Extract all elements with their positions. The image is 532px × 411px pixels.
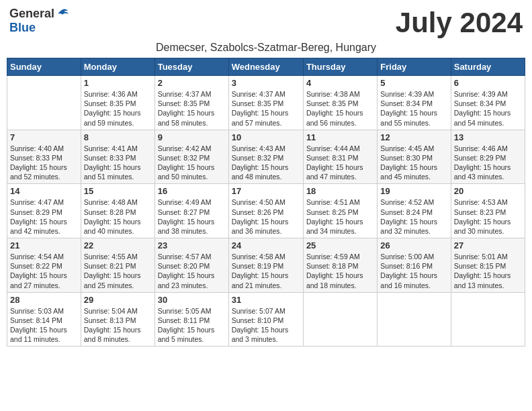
calendar-cell: 17Sunrise: 4:50 AMSunset: 8:26 PMDayligh… xyxy=(228,184,303,238)
calendar-cell: 28Sunrise: 5:03 AMSunset: 8:14 PMDayligh… xyxy=(7,292,81,347)
col-header-thursday: Thursday xyxy=(303,58,377,76)
calendar-cell: 5Sunrise: 4:39 AMSunset: 8:34 PMDaylight… xyxy=(378,76,451,130)
calendar-cell xyxy=(378,292,451,347)
col-header-tuesday: Tuesday xyxy=(154,58,228,76)
day-info: Sunrise: 5:00 AMSunset: 8:16 PMDaylight:… xyxy=(380,252,447,290)
calendar-cell: 21Sunrise: 4:54 AMSunset: 8:22 PMDayligh… xyxy=(7,238,81,293)
calendar-cell: 11Sunrise: 4:44 AMSunset: 8:31 PMDayligh… xyxy=(303,130,377,184)
logo-blue-text: Blue xyxy=(9,21,36,35)
calendar-cell xyxy=(303,292,377,347)
day-number: 15 xyxy=(84,186,152,196)
day-info: Sunrise: 4:59 AMSunset: 8:18 PMDaylight:… xyxy=(306,252,374,290)
calendar-cell: 20Sunrise: 4:53 AMSunset: 8:23 PMDayligh… xyxy=(451,184,525,238)
day-info: Sunrise: 5:04 AMSunset: 8:13 PMDaylight:… xyxy=(84,306,152,345)
day-number: 28 xyxy=(10,295,78,305)
day-info: Sunrise: 4:54 AMSunset: 8:22 PMDaylight:… xyxy=(10,252,78,290)
calendar-cell: 23Sunrise: 4:57 AMSunset: 8:20 PMDayligh… xyxy=(154,238,228,293)
calendar-cell: 29Sunrise: 5:04 AMSunset: 8:13 PMDayligh… xyxy=(81,292,154,347)
calendar-cell: 18Sunrise: 4:51 AMSunset: 8:25 PMDayligh… xyxy=(303,184,377,238)
calendar-cell: 3Sunrise: 4:37 AMSunset: 8:35 PMDaylight… xyxy=(228,76,303,130)
day-info: Sunrise: 4:40 AMSunset: 8:33 PMDaylight:… xyxy=(10,144,78,182)
day-info: Sunrise: 4:57 AMSunset: 8:20 PMDaylight:… xyxy=(158,252,226,290)
day-info: Sunrise: 4:52 AMSunset: 8:24 PMDaylight:… xyxy=(380,197,447,236)
calendar-cell: 4Sunrise: 4:38 AMSunset: 8:35 PMDaylight… xyxy=(303,76,377,130)
calendar-cell: 25Sunrise: 4:59 AMSunset: 8:18 PMDayligh… xyxy=(303,238,377,293)
calendar-cell: 7Sunrise: 4:40 AMSunset: 8:33 PMDaylight… xyxy=(7,130,81,184)
calendar-cell: 9Sunrise: 4:42 AMSunset: 8:32 PMDaylight… xyxy=(154,130,228,184)
day-info: Sunrise: 4:39 AMSunset: 8:34 PMDaylight:… xyxy=(454,89,522,128)
calendar-cell: 27Sunrise: 5:01 AMSunset: 8:15 PMDayligh… xyxy=(451,238,525,293)
month-year-title: July 2024 xyxy=(396,7,523,39)
day-number: 4 xyxy=(306,78,374,88)
day-number: 18 xyxy=(306,186,374,196)
logo-general-text: General xyxy=(9,7,54,21)
day-info: Sunrise: 4:48 AMSunset: 8:28 PMDaylight:… xyxy=(84,197,152,236)
calendar-cell: 22Sunrise: 4:55 AMSunset: 8:21 PMDayligh… xyxy=(81,238,154,293)
week-row-4: 21Sunrise: 4:54 AMSunset: 8:22 PMDayligh… xyxy=(7,238,525,293)
page-header: General Blue July 2024 xyxy=(7,7,525,39)
day-info: Sunrise: 4:58 AMSunset: 8:19 PMDaylight:… xyxy=(232,252,300,290)
day-info: Sunrise: 4:37 AMSunset: 8:35 PMDaylight:… xyxy=(232,89,300,128)
week-row-2: 7Sunrise: 4:40 AMSunset: 8:33 PMDaylight… xyxy=(7,130,525,184)
day-number: 21 xyxy=(10,240,78,250)
day-number: 12 xyxy=(380,132,447,142)
day-info: Sunrise: 4:38 AMSunset: 8:35 PMDaylight:… xyxy=(306,89,374,128)
day-number: 7 xyxy=(10,132,78,142)
day-info: Sunrise: 4:42 AMSunset: 8:32 PMDaylight:… xyxy=(158,144,226,182)
day-number: 29 xyxy=(84,295,152,305)
day-number: 30 xyxy=(158,295,226,305)
day-info: Sunrise: 4:49 AMSunset: 8:27 PMDaylight:… xyxy=(158,197,226,236)
calendar-cell: 13Sunrise: 4:46 AMSunset: 8:29 PMDayligh… xyxy=(451,130,525,184)
day-info: Sunrise: 4:46 AMSunset: 8:29 PMDaylight:… xyxy=(454,144,522,182)
calendar-cell: 6Sunrise: 4:39 AMSunset: 8:34 PMDaylight… xyxy=(451,76,525,130)
day-number: 23 xyxy=(158,240,226,250)
day-number: 16 xyxy=(158,186,226,196)
calendar-cell: 8Sunrise: 4:41 AMSunset: 8:33 PMDaylight… xyxy=(81,130,154,184)
col-header-sunday: Sunday xyxy=(7,58,81,76)
day-number: 24 xyxy=(232,240,300,250)
day-info: Sunrise: 4:50 AMSunset: 8:26 PMDaylight:… xyxy=(232,197,300,236)
calendar-cell: 14Sunrise: 4:47 AMSunset: 8:29 PMDayligh… xyxy=(7,184,81,238)
week-row-5: 28Sunrise: 5:03 AMSunset: 8:14 PMDayligh… xyxy=(7,292,525,347)
day-info: Sunrise: 4:41 AMSunset: 8:33 PMDaylight:… xyxy=(84,144,152,182)
day-info: Sunrise: 4:44 AMSunset: 8:31 PMDaylight:… xyxy=(306,144,374,182)
day-info: Sunrise: 4:39 AMSunset: 8:34 PMDaylight:… xyxy=(380,89,447,128)
day-number: 17 xyxy=(232,186,300,196)
col-header-saturday: Saturday xyxy=(451,58,525,76)
day-number: 2 xyxy=(158,78,226,88)
day-info: Sunrise: 4:53 AMSunset: 8:23 PMDaylight:… xyxy=(454,197,522,236)
calendar-cell: 1Sunrise: 4:36 AMSunset: 8:35 PMDaylight… xyxy=(81,76,154,130)
calendar-cell xyxy=(7,76,81,130)
day-number: 19 xyxy=(380,186,447,196)
week-row-1: 1Sunrise: 4:36 AMSunset: 8:35 PMDaylight… xyxy=(7,76,525,130)
calendar-cell: 10Sunrise: 4:43 AMSunset: 8:32 PMDayligh… xyxy=(228,130,303,184)
day-info: Sunrise: 5:05 AMSunset: 8:11 PMDaylight:… xyxy=(158,306,226,345)
day-number: 9 xyxy=(158,132,226,142)
logo: General Blue xyxy=(9,7,69,35)
day-info: Sunrise: 4:47 AMSunset: 8:29 PMDaylight:… xyxy=(10,197,78,236)
day-number: 14 xyxy=(10,186,78,196)
calendar-cell: 2Sunrise: 4:37 AMSunset: 8:35 PMDaylight… xyxy=(154,76,228,130)
calendar-cell: 26Sunrise: 5:00 AMSunset: 8:16 PMDayligh… xyxy=(378,238,451,293)
day-number: 31 xyxy=(232,295,300,305)
week-row-3: 14Sunrise: 4:47 AMSunset: 8:29 PMDayligh… xyxy=(7,184,525,238)
calendar-cell: 24Sunrise: 4:58 AMSunset: 8:19 PMDayligh… xyxy=(228,238,303,293)
col-header-wednesday: Wednesday xyxy=(228,58,303,76)
calendar-cell: 16Sunrise: 4:49 AMSunset: 8:27 PMDayligh… xyxy=(154,184,228,238)
day-number: 11 xyxy=(306,132,374,142)
day-number: 26 xyxy=(380,240,447,250)
day-number: 20 xyxy=(454,186,522,196)
calendar-table: SundayMondayTuesdayWednesdayThursdayFrid… xyxy=(7,58,525,347)
day-info: Sunrise: 4:51 AMSunset: 8:25 PMDaylight:… xyxy=(306,197,374,236)
day-info: Sunrise: 5:01 AMSunset: 8:15 PMDaylight:… xyxy=(454,252,522,290)
day-number: 3 xyxy=(232,78,300,88)
col-header-monday: Monday xyxy=(81,58,154,76)
day-number: 10 xyxy=(232,132,300,142)
logo-bird-icon xyxy=(56,7,69,21)
day-info: Sunrise: 4:55 AMSunset: 8:21 PMDaylight:… xyxy=(84,252,152,290)
location: Demecser, Szabolcs-Szatmar-Bereg, Hungar… xyxy=(7,42,525,54)
header-row: SundayMondayTuesdayWednesdayThursdayFrid… xyxy=(7,58,525,76)
day-number: 1 xyxy=(84,78,152,88)
day-number: 13 xyxy=(454,132,522,142)
day-number: 25 xyxy=(306,240,374,250)
